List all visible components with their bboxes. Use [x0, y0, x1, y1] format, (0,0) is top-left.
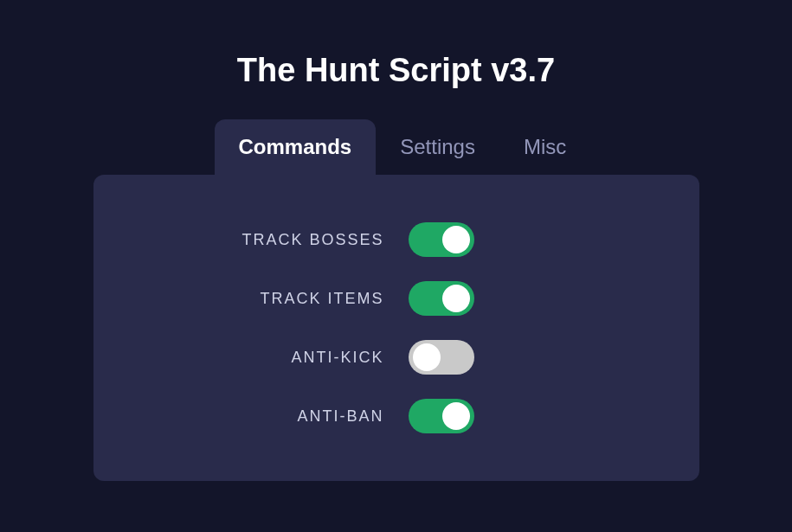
tab-label: Misc	[524, 135, 566, 158]
toggle-knob	[442, 402, 470, 430]
tab-settings[interactable]: Settings	[376, 119, 499, 175]
command-label-track-items: TRACK ITEMS	[194, 290, 384, 308]
command-label-anti-ban: ANTI-BAN	[194, 407, 384, 426]
toggle-anti-ban[interactable]	[409, 399, 474, 433]
commands-panel: TRACK BOSSES TRACK ITEMS ANTI-KICK	[93, 175, 699, 481]
command-row: ANTI-BAN	[128, 399, 665, 433]
toggle-knob	[413, 343, 441, 371]
command-row: TRACK BOSSES	[128, 222, 665, 257]
command-label-anti-kick: ANTI-KICK	[194, 349, 384, 367]
tab-commands[interactable]: Commands	[215, 119, 377, 175]
toggle-anti-kick[interactable]	[409, 340, 474, 375]
tab-label: Commands	[239, 135, 352, 158]
tab-label: Settings	[400, 135, 475, 158]
toggle-track-items[interactable]	[409, 281, 474, 316]
toggle-knob	[442, 285, 470, 312]
tab-misc[interactable]: Misc	[499, 119, 590, 175]
page-title: The Hunt Script v3.7	[237, 52, 555, 89]
command-label-track-bosses: TRACK BOSSES	[194, 231, 384, 249]
toggle-track-bosses[interactable]	[409, 222, 474, 257]
toggle-knob	[442, 226, 470, 253]
main-panel-wrap: Commands Settings Misc TRACK BOSSES TRAC…	[93, 119, 699, 481]
command-row: TRACK ITEMS	[128, 281, 665, 316]
command-row: ANTI-KICK	[128, 340, 665, 375]
tab-bar: Commands Settings Misc	[93, 119, 699, 175]
